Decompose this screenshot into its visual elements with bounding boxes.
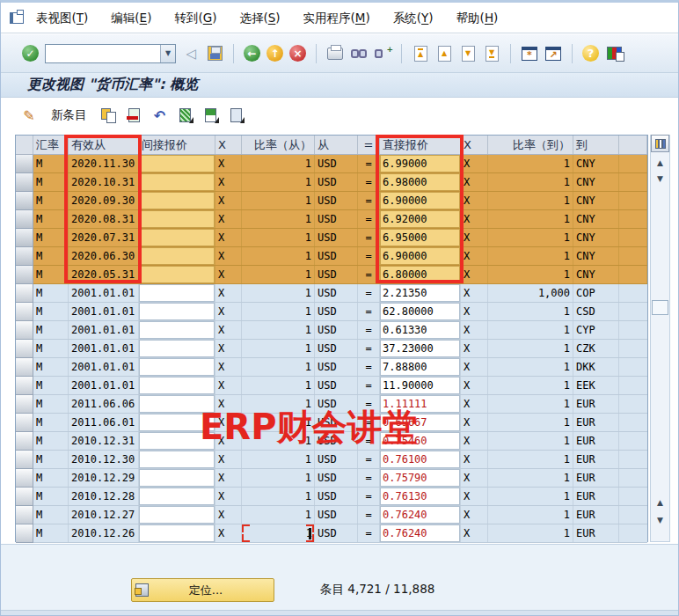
cell-indirect[interactable] — [139, 247, 215, 265]
cell-indirect[interactable] — [139, 432, 215, 450]
cell-ratio-from[interactable]: 1 — [242, 321, 315, 339]
cell-ratio-to[interactable]: 1,000 — [488, 284, 573, 302]
column-header[interactable]: 间接报价 — [139, 136, 215, 154]
column-header[interactable]: 到 — [573, 136, 619, 154]
cell-indirect[interactable] — [139, 284, 215, 302]
vertical-scrollbar[interactable] — [650, 135, 670, 542]
table-row[interactable]: M2020.09.30X1USD=6.90000X1CNY — [16, 192, 647, 210]
cell-ratio-from[interactable]: 1 — [242, 266, 315, 283]
row-selector[interactable] — [16, 451, 33, 469]
table-row[interactable]: M2001.01.01X1USD=37.23000X1CZK — [16, 340, 647, 358]
cell-direct[interactable]: 6.92000 — [380, 210, 461, 228]
cell-direct[interactable]: 6.98000 — [380, 173, 461, 191]
table-row[interactable]: M2010.12.29X1USD=0.75790X1EUR — [16, 469, 647, 488]
cell-indirect[interactable] — [139, 340, 215, 357]
exit-icon[interactable]: ↑ — [266, 45, 283, 62]
cell-direct[interactable]: 0.69667 — [380, 414, 461, 431]
create-shortcut-icon[interactable]: ↗ — [544, 45, 562, 62]
cell-direct[interactable]: 7.88800 — [380, 358, 461, 376]
cell-ratio-to[interactable]: 1 — [488, 377, 573, 394]
row-selector[interactable] — [16, 469, 33, 488]
command-dropdown-icon[interactable]: ▼ — [160, 45, 175, 62]
cell-ratio-to[interactable]: 1 — [488, 432, 573, 450]
table-row[interactable]: M2001.01.01X1USD=62.80000X1CSD — [16, 303, 647, 321]
scroll-down-bottom-icon[interactable]: ▼ — [651, 513, 669, 527]
row-selector[interactable] — [16, 210, 33, 229]
scroll-up-bottom-icon[interactable]: ▲ — [651, 495, 669, 510]
menu-item[interactable]: 实用程序(M) — [303, 11, 370, 25]
cell-ratio-from[interactable]: 1 — [242, 377, 315, 394]
cell-ratio-to[interactable]: 1 — [488, 210, 573, 228]
table-row[interactable]: M2010.12.28X1USD=0.76130X1EUR — [16, 488, 647, 506]
table-config-icon[interactable] — [651, 135, 669, 152]
toggle-display-change-icon[interactable]: ✎ — [20, 106, 38, 124]
cell-indirect[interactable] — [139, 155, 215, 172]
table-row[interactable]: M2010.12.31X1USD=0.75460X1EUR — [16, 432, 647, 451]
copy-as-icon[interactable] — [100, 106, 118, 124]
row-selector[interactable] — [16, 358, 33, 377]
cell-ratio-from[interactable]: 1 — [242, 284, 315, 302]
menu-item[interactable]: 选择(S) — [239, 11, 280, 25]
cell-ratio-to[interactable]: 1 — [488, 192, 573, 209]
row-selector[interactable] — [16, 303, 33, 321]
find-next-icon[interactable]: + — [374, 45, 391, 62]
cell-ratio-to[interactable]: 1 — [488, 173, 573, 191]
cell-ratio-from[interactable]: 1 — [242, 395, 315, 413]
row-selector[interactable] — [16, 414, 33, 432]
print-icon[interactable] — [326, 45, 344, 62]
cell-indirect[interactable] — [139, 210, 215, 228]
cell-ratio-to[interactable]: 1 — [488, 451, 573, 468]
table-row[interactable]: M2020.06.30X1USD=6.90000X1CNY — [16, 247, 647, 266]
cell-direct[interactable]: 0.76240 — [380, 524, 461, 542]
cell-ratio-to[interactable]: 1 — [488, 469, 573, 487]
cell-indirect[interactable] — [139, 266, 215, 283]
row-selector[interactable] — [16, 266, 33, 284]
cell-ratio-to[interactable]: 1 — [488, 155, 573, 172]
menu-item[interactable]: 帮助(H) — [456, 11, 499, 25]
cell-ratio-to[interactable]: 1 — [488, 358, 573, 376]
cell-indirect[interactable] — [139, 173, 215, 191]
last-page-icon[interactable]: ▼ — [483, 45, 500, 62]
cell-indirect[interactable] — [139, 192, 215, 209]
table-row[interactable]: M2001.01.01X1USD=7.88800X1DKK — [16, 358, 647, 377]
window-menu-icon[interactable] — [10, 12, 24, 24]
cell-direct[interactable]: 6.95000 — [380, 229, 461, 246]
customize-layout-icon[interactable] — [605, 45, 623, 62]
undo-icon[interactable]: ↶ — [151, 106, 169, 124]
cell-ratio-from[interactable]: 1 — [242, 155, 315, 172]
command-field[interactable] — [46, 45, 160, 62]
cell-ratio-to[interactable]: 1 — [488, 395, 573, 413]
cell-ratio-to[interactable]: 1 — [488, 229, 573, 246]
back-icon[interactable]: ← — [244, 45, 260, 62]
cell-indirect[interactable] — [139, 303, 215, 320]
row-selector[interactable] — [16, 377, 33, 395]
cell-ratio-to[interactable]: 1 — [488, 506, 573, 524]
column-header[interactable]: = — [358, 136, 380, 154]
cell-direct[interactable]: 6.90000 — [380, 192, 461, 209]
table-row[interactable]: M2010.12.26X1USD=0.76240X1EUR — [16, 524, 647, 543]
cell-indirect[interactable] — [139, 395, 215, 413]
select-all-icon[interactable] — [177, 106, 194, 124]
cell-indirect[interactable] — [139, 321, 215, 339]
menu-item[interactable]: 表视图(T) — [36, 11, 88, 25]
find-icon[interactable] — [350, 45, 368, 62]
cell-ratio-from[interactable]: 1 — [242, 451, 315, 468]
cell-direct[interactable]: 0.76240 — [380, 506, 461, 524]
cell-ratio-to[interactable]: 1 — [488, 266, 573, 283]
table-row[interactable]: M2001.01.01X1USD=11.90000X1EEK — [16, 377, 647, 395]
column-header[interactable]: X — [215, 136, 242, 154]
cell-direct[interactable]: 2.21350 — [380, 284, 461, 302]
cell-indirect[interactable] — [139, 377, 215, 394]
menu-item[interactable]: 系统(Y) — [393, 11, 434, 25]
cell-direct[interactable]: 0.75790 — [380, 469, 461, 487]
cell-indirect[interactable] — [139, 524, 215, 542]
cell-indirect[interactable] — [139, 488, 215, 505]
row-selector[interactable] — [16, 229, 33, 247]
column-header[interactable]: 直接报价 — [380, 136, 461, 154]
cell-indirect[interactable] — [139, 451, 215, 468]
cell-ratio-from[interactable]: 1 — [242, 340, 315, 357]
row-selector[interactable] — [16, 155, 33, 173]
table-row[interactable]: M2020.05.31X1USD=6.80000X1CNY — [16, 266, 647, 284]
cell-ratio-from[interactable]: 1 — [242, 229, 315, 246]
cell-direct[interactable]: 0.61330 — [380, 321, 461, 339]
